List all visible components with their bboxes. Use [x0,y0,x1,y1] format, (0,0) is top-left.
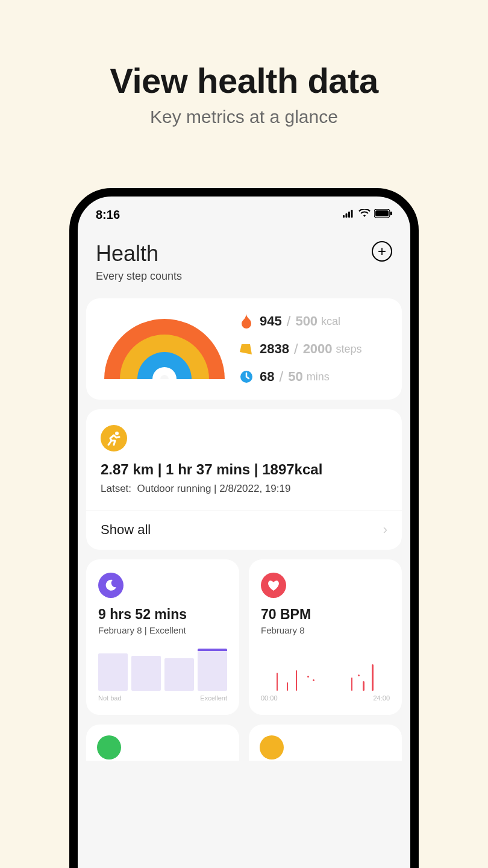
signal-icon [343,209,355,220]
heart-card[interactable]: 70 BPM February 8 00:0024:00 [249,559,402,715]
workout-summary: 2.87 km | 1 hr 37 mins | 1897kcal [101,461,387,478]
activity-card[interactable]: 945 / 500 kcal 2838 / 2000 steps 68 / 50 [86,298,402,400]
svg-rect-1 [346,213,348,218]
page-title: Health [96,241,182,266]
show-all-button[interactable]: Show all › [101,522,387,538]
moon-icon [98,573,124,598]
peek-card-left[interactable] [86,725,239,761]
workout-card[interactable]: 2.87 km | 1 hr 37 mins | 1897kcal Latset… [86,409,402,550]
sleep-meta: February 8 | Excellent [98,625,227,635]
phone-frame: 8:16 Health Every step counts + 945 / [69,188,419,868]
sleep-axis: Not badExcellent [98,694,227,702]
flame-icon [239,314,254,329]
status-time: 8:16 [96,208,120,222]
sleep-chart [98,649,227,691]
screen-header: Health Every step counts + [78,227,410,298]
peek-row [78,725,410,761]
add-button[interactable]: + [372,241,392,262]
plus-icon: + [378,244,386,259]
svg-rect-6 [390,212,392,215]
heart-axis: 00:0024:00 [261,694,390,702]
workout-meta: Latset: Outdoor running | 2/8/2022, 19:1… [101,483,387,495]
divider [86,511,402,511]
page-subtitle: Every step counts [96,270,182,283]
heart-icon [261,573,286,598]
sleep-value: 9 hrs 52 mins [98,606,227,623]
svg-rect-5 [375,210,389,216]
svg-point-8 [115,432,119,435]
activity-rainbow-icon [104,319,225,379]
battery-icon [374,209,392,220]
promo-subtitle: Key metrics at a glance [0,107,488,127]
heart-value: 70 BPM [261,606,390,623]
metric-minutes: 68 / 50 mins [239,368,387,385]
heart-chart [261,649,390,691]
peek-card-right[interactable] [249,725,402,761]
running-icon [101,425,127,451]
metric-steps: 2838 / 2000 steps [239,341,387,357]
status-bar: 8:16 [78,197,410,227]
clock-icon [239,370,254,384]
svg-rect-0 [343,215,345,218]
footsteps-icon [239,342,254,356]
promo-title: View health data [0,0,488,101]
sleep-card[interactable]: 9 hrs 52 mins February 8 | Excellent Not… [86,559,239,715]
wifi-icon [358,209,371,220]
svg-rect-2 [348,212,350,218]
chevron-right-icon: › [383,522,387,538]
heart-meta: February 8 [261,625,390,635]
metric-calories: 945 / 500 kcal [239,313,387,330]
svg-rect-3 [351,210,353,218]
